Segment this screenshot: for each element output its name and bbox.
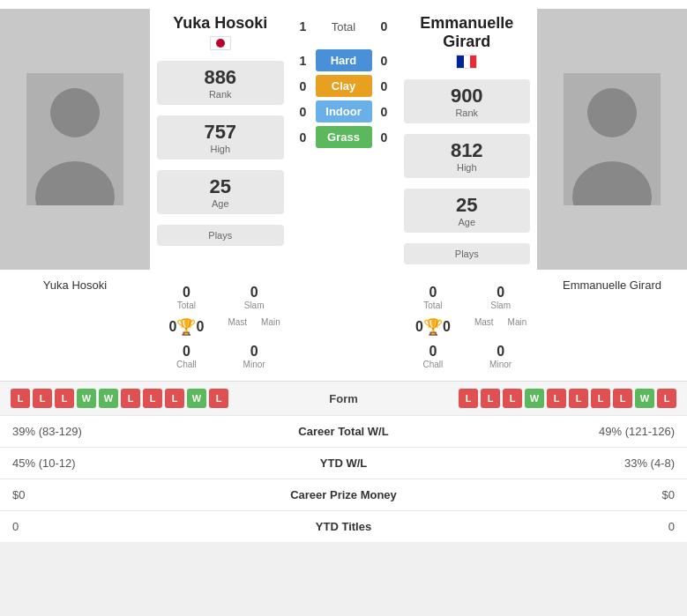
svg-point-1 <box>50 88 100 137</box>
indoor-button[interactable]: Indoor <box>316 100 372 122</box>
player1-flag <box>210 36 231 50</box>
stats-row: 39% (83-129) Career Total W/L 49% (121-1… <box>0 416 687 448</box>
player2-high-value: 812 <box>411 139 524 162</box>
player2-rank-value: 900 <box>411 85 524 108</box>
player2-form-badges: LLLWLLLLWL <box>459 389 676 408</box>
center-panel: 1 Total 0 1 Hard 0 0 Clay 0 0 Indoor <box>291 9 397 270</box>
player2-name-below: Emmanuelle Girard <box>537 278 687 375</box>
stat-label: Career Prize Money <box>194 479 493 511</box>
form-badge: W <box>635 389 654 408</box>
player2-stat-cells: 0 Total 0 Slam 0 🏆 0 Mast Main <box>397 278 538 375</box>
player2-plays-box: Plays <box>404 243 531 264</box>
stat-label: Career Total W/L <box>194 416 493 448</box>
player2-photo <box>537 9 687 270</box>
stat-p2-val: 0 <box>493 511 687 543</box>
player1-rank-value: 886 <box>164 66 277 89</box>
main-container: Yuka Hosoki 886 Rank 757 High 25 Age Pla… <box>0 0 687 542</box>
form-badge: L <box>209 389 228 408</box>
grass-button[interactable]: Grass <box>316 126 372 148</box>
form-section: LLLWWLLLWL Form LLLWLLLLWL <box>0 381 687 415</box>
stat-p1-val: 45% (10-12) <box>0 448 194 479</box>
stat-label: YTD W/L <box>194 448 493 479</box>
form-label: Form <box>228 392 459 405</box>
form-badge: L <box>121 389 140 408</box>
surface-buttons: 1 Hard 0 0 Clay 0 0 Indoor 0 0 Grass <box>295 49 393 148</box>
form-badge: L <box>143 389 162 408</box>
total-row: 1 Total 0 <box>295 19 393 33</box>
p2-total-cell: 0 Total <box>400 282 467 313</box>
form-badge: L <box>11 389 30 408</box>
p1-mast-cell: 0 🏆 0 <box>153 315 220 339</box>
player2-age-label: Age <box>411 217 524 227</box>
stats-row: 0 YTD Titles 0 <box>0 511 687 543</box>
form-badge: W <box>525 389 544 408</box>
player2-name-header: Emmanuelle Girard <box>404 9 531 55</box>
player1-stat-cells: 0 Total 0 Slam 0 🏆 0 Mast Main <box>150 278 291 375</box>
p2-total-score: 0 <box>376 19 393 33</box>
indoor-p2-score: 0 <box>376 105 393 119</box>
p1-chall-cell: 0 Chall <box>153 341 220 372</box>
surface-row-indoor: 0 Indoor 0 <box>295 100 393 122</box>
player2-age-value: 25 <box>411 194 524 217</box>
form-badge: L <box>165 389 184 408</box>
grass-p1-score: 0 <box>295 130 312 145</box>
p1-minor-cell: 0 Minor <box>221 341 287 372</box>
player2-rank-box: 900 Rank <box>404 79 531 123</box>
p1-slam-cell: 0 Slam <box>221 282 287 313</box>
p2-chall-cell: 0 Chall <box>400 341 467 372</box>
player1-name-header: Yuka Hosoki <box>157 9 284 36</box>
form-badge: L <box>481 389 500 408</box>
p1-total-cell: 0 Total <box>153 282 220 313</box>
hard-button[interactable]: Hard <box>316 49 372 71</box>
stat-p1-val: 0 <box>0 511 194 543</box>
form-badge: L <box>33 389 52 408</box>
p2-mast-cell: 0 🏆 0 <box>400 315 467 339</box>
player1-age-label: Age <box>164 198 277 209</box>
player1-age-box: 25 Age <box>157 170 284 214</box>
form-badge: L <box>459 389 478 408</box>
form-badge: L <box>613 389 632 408</box>
form-badge: L <box>503 389 522 408</box>
surface-row-clay: 0 Clay 0 <box>295 75 393 97</box>
player2-flag-row <box>404 55 531 69</box>
stat-p1-val: $0 <box>0 479 194 511</box>
stats-row: $0 Career Prize Money $0 <box>0 479 687 511</box>
grass-p2-score: 0 <box>376 130 393 145</box>
p2-mast-lbl-cell: Mast Main <box>467 315 534 339</box>
player2-rank-label: Rank <box>411 108 524 118</box>
hard-p2-score: 0 <box>376 54 393 68</box>
surface-row-grass: 0 Grass 0 <box>295 126 393 148</box>
top-section: Yuka Hosoki 886 Rank 757 High 25 Age Pla… <box>0 0 687 278</box>
form-badge: L <box>591 389 610 408</box>
clay-p1-score: 0 <box>295 79 312 93</box>
p2-minor-cell: 0 Minor <box>467 341 534 372</box>
player1-name-below: Yuka Hosoki <box>0 278 150 375</box>
stat-label: YTD Titles <box>194 511 493 543</box>
player1-flag-row <box>157 36 284 50</box>
player1-age-value: 25 <box>164 175 277 198</box>
form-badge: L <box>657 389 676 408</box>
center-spacer <box>291 278 397 375</box>
p1-trophy-icon: 🏆 <box>176 317 196 337</box>
player1-high-box: 757 High <box>157 115 284 160</box>
stat-p2-val: 49% (121-126) <box>493 416 687 448</box>
player1-rank-label: Rank <box>164 89 277 100</box>
player1-form-badges: LLLWWLLLWL <box>11 389 228 408</box>
form-badge: W <box>77 389 96 408</box>
clay-p2-score: 0 <box>376 79 393 93</box>
clay-button[interactable]: Clay <box>316 75 372 97</box>
player1-high-value: 757 <box>164 121 277 144</box>
surface-row-hard: 1 Hard 0 <box>295 49 393 71</box>
hard-p1-score: 1 <box>295 54 312 68</box>
player2-high-label: High <box>411 162 524 173</box>
player2-plays-label: Plays <box>411 249 524 259</box>
player1-plays-label: Plays <box>164 230 277 241</box>
p1-total-score: 1 <box>295 19 312 33</box>
player2-high-box: 812 High <box>404 134 531 178</box>
player1-rank-box: 886 Rank <box>157 61 284 105</box>
player1-photo <box>0 9 150 270</box>
stat-p2-val: $0 <box>493 479 687 511</box>
p2-slam-cell: 0 Slam <box>467 282 534 313</box>
form-badge: L <box>547 389 566 408</box>
indoor-p1-score: 0 <box>295 105 312 119</box>
